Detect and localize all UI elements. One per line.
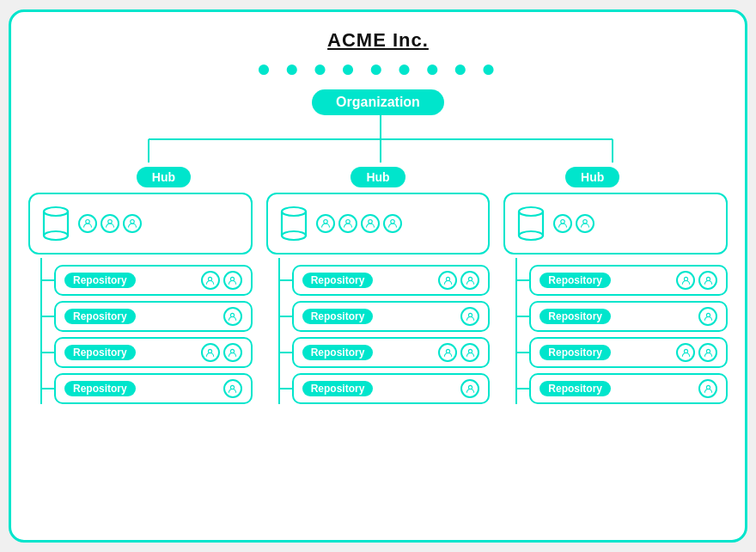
repo-row-2-3: Repository <box>503 373 728 404</box>
user-icon <box>460 343 479 362</box>
svg-point-40 <box>706 277 710 280</box>
repo-row-2-0: Repository <box>503 265 728 296</box>
svg-point-38 <box>583 220 588 224</box>
hub-panel-0 <box>28 193 253 255</box>
repo-users <box>698 379 717 398</box>
repo-users <box>201 271 242 290</box>
user-icon <box>316 214 335 233</box>
hub-0-users <box>78 214 142 233</box>
hub-badge-0: Hub <box>137 167 191 187</box>
svg-point-12 <box>131 220 135 224</box>
svg-point-11 <box>108 220 113 224</box>
user-icon <box>698 271 717 290</box>
repo-label: Repository <box>302 309 374 324</box>
svg-point-32 <box>468 385 472 389</box>
repo-users <box>223 307 242 326</box>
svg-point-27 <box>446 277 449 280</box>
user-icon <box>676 271 695 290</box>
svg-point-37 <box>561 220 565 224</box>
svg-point-39 <box>684 277 687 280</box>
repo-row-0-1: Repository <box>28 301 253 332</box>
repo-list-0: Repository <box>28 265 253 404</box>
svg-point-30 <box>446 349 449 353</box>
user-icon <box>361 214 380 233</box>
user-icon <box>460 271 479 290</box>
repo-list-1: Repository Repository <box>266 265 491 404</box>
repo-label: Repository <box>540 309 611 324</box>
hub-1-users <box>316 214 402 233</box>
columns-wrapper: Repository <box>28 193 728 404</box>
repo-users <box>460 307 479 326</box>
svg-point-9 <box>44 231 68 240</box>
svg-point-14 <box>231 277 235 280</box>
svg-point-42 <box>684 349 687 353</box>
svg-point-16 <box>209 349 212 353</box>
repo-item: Repository <box>292 265 491 296</box>
repo-users <box>676 271 717 290</box>
svg-point-44 <box>706 385 710 389</box>
svg-point-19 <box>282 207 306 216</box>
hub-col-2: Hub <box>485 167 700 187</box>
repo-users <box>201 343 242 362</box>
repo-users <box>438 343 479 362</box>
user-icon <box>698 379 717 398</box>
repo-label: Repository <box>64 345 136 360</box>
repo-item: Repository <box>54 265 253 296</box>
company-dots: ● ● ● ● ● ● ● ● ● <box>257 55 499 83</box>
repo-item: Repository <box>529 301 728 332</box>
user-icon <box>223 343 242 362</box>
repo-users <box>438 271 479 290</box>
repo-row-1-3: Repository <box>266 373 491 404</box>
repo-item: Repository <box>54 337 253 368</box>
repo-users <box>676 343 717 362</box>
repo-row-1-1: Repository <box>266 301 491 332</box>
hub-2-users <box>553 214 594 233</box>
repo-label: Repository <box>540 381 611 396</box>
user-icon <box>553 214 572 233</box>
user-icon <box>101 214 119 233</box>
user-icon <box>460 307 479 326</box>
user-icon <box>223 271 242 290</box>
repo-row-0-0: Repository <box>28 265 253 296</box>
svg-point-23 <box>323 220 327 224</box>
hub-badge-1: Hub <box>351 167 405 187</box>
org-box: Organization <box>312 89 444 115</box>
repo-label: Repository <box>540 273 611 288</box>
repo-item: Repository <box>529 265 728 296</box>
user-icon <box>338 214 357 233</box>
user-icon <box>438 343 457 362</box>
hub-panel-2 <box>503 193 728 255</box>
user-icon <box>383 214 402 233</box>
user-icon <box>223 307 242 326</box>
user-icon <box>223 379 242 398</box>
svg-point-17 <box>231 349 235 353</box>
user-icon <box>78 214 97 233</box>
repo-item: Repository <box>292 373 491 404</box>
hub-panel-1 <box>266 193 491 255</box>
user-icon <box>460 379 479 398</box>
svg-point-33 <box>519 207 543 216</box>
repo-label: Repository <box>64 309 136 324</box>
repo-item: Repository <box>529 337 728 368</box>
repo-item: Repository <box>292 301 491 332</box>
user-icon <box>698 343 717 362</box>
user-icon <box>698 307 717 326</box>
repo-row-1-0: Repository <box>266 265 491 296</box>
svg-point-15 <box>231 313 235 316</box>
svg-point-41 <box>706 313 710 316</box>
hub-col-1: Hub <box>271 167 485 187</box>
repo-label: Repository <box>302 345 374 360</box>
hub-labels-row: Hub Hub Hub <box>57 167 700 187</box>
repo-users <box>223 379 242 398</box>
repo-label: Repository <box>64 381 136 396</box>
company-title: ACME Inc. <box>327 29 429 52</box>
repo-item: Repository <box>54 373 253 404</box>
repo-item: Repository <box>292 337 491 368</box>
user-icon <box>438 271 457 290</box>
repo-list-2: Repository Repository <box>503 265 728 404</box>
org-tree: ACME Inc. ● ● ● ● ● ● ● ● ● Organization… <box>28 29 728 404</box>
svg-point-29 <box>468 313 472 316</box>
repo-row-2-2: Repository <box>503 337 728 368</box>
repo-label: Repository <box>540 345 611 360</box>
svg-point-28 <box>468 277 472 280</box>
